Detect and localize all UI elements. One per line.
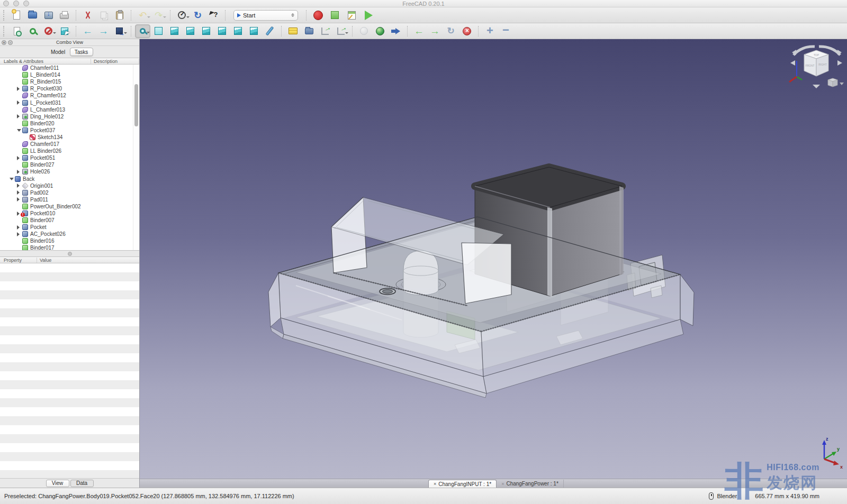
view-rear-button[interactable] [214,24,230,38]
view-front-button[interactable] [167,24,182,38]
navigate-forward-button[interactable] [96,24,111,38]
export-link-group-button[interactable] [333,24,348,38]
new-document-button[interactable] [9,8,24,22]
view-bottom-button[interactable] [230,24,246,38]
toolbar-drag-handle[interactable] [3,26,6,36]
macro-edit-button[interactable] [344,8,359,22]
tree-expand-icon[interactable] [17,87,22,91]
value-column[interactable]: Value [37,258,139,263]
tree-item-back[interactable]: Back [0,176,139,182]
mouse-navigation-icon[interactable] [709,492,714,500]
document-tab-changfangpower-1-[interactable]: ×ChangFangPower : 1* [497,480,564,488]
tree-expand-icon[interactable] [17,100,22,105]
tree-item-sketch134[interactable]: Sketch134 [0,134,139,141]
tree-item-l-chamfer013[interactable]: L_Chamfer013 [0,106,139,113]
print-document-button[interactable] [57,8,72,22]
zoom-out-button[interactable] [498,24,513,38]
tree-item-hole026[interactable]: Hole026 [0,168,139,175]
tree-column-description[interactable]: Description [91,59,139,64]
workbench-selector[interactable]: Start [233,10,298,21]
macro-stop-button[interactable] [327,8,343,22]
tab-view[interactable]: View [46,480,69,487]
tree-expand-icon[interactable] [17,190,22,195]
tree-expand-icon[interactable] [17,232,22,236]
tree-item-pocket051[interactable]: Pocket051 [0,154,139,161]
nav-cube-menu[interactable] [828,78,844,87]
tree-expand-icon[interactable] [17,129,22,132]
copy-button[interactable] [96,8,111,22]
redo-button[interactable] [151,8,166,22]
web-page-button[interactable] [356,24,372,38]
browser-back-button[interactable] [411,24,427,38]
whats-this-button[interactable] [206,8,221,22]
tree-item-ll-binder026[interactable]: LL Binder026 [0,148,139,154]
group-folder-button[interactable] [301,24,317,38]
edit-mode-button[interactable] [174,8,190,22]
tree-expand-icon[interactable] [17,170,22,174]
open-document-button[interactable] [25,8,40,22]
navigate-back-button[interactable] [80,24,95,38]
browser-forward-button[interactable] [427,24,443,38]
document-tab-changfanginput-1-[interactable]: ×ChangFangINPUT : 1* [428,480,497,488]
tab-tasks[interactable]: Tasks [70,48,93,56]
fit-document-button[interactable] [9,24,24,38]
measure-distance-button[interactable] [262,24,277,38]
nav-rotate-down-icon[interactable] [813,85,820,88]
tree-item-l-binder014[interactable]: L_Binder014 [0,71,139,78]
property-column[interactable]: Property [0,258,37,263]
tree-item-binder017[interactable]: Binder017 [0,244,139,251]
link-navigate-button[interactable] [112,24,127,38]
tree-item-pad011[interactable]: Pad011 [0,196,139,203]
tree-item-pad002[interactable]: Pad002 [0,189,139,196]
draw-style-button[interactable] [285,24,301,38]
tree-item-ding-hole012[interactable]: Ding_Hole012 [0,113,139,120]
zoom-selection-button[interactable] [25,24,40,38]
tree-expand-icon[interactable] [17,225,22,230]
tree-item-l-pocket031[interactable]: L_Pocket031 [0,99,139,106]
tree-item-ac-pocket026[interactable]: AC_Pocket026 [0,231,139,237]
tree-scrollbar-thumb[interactable] [134,84,138,126]
tree-item-powerout-binder002[interactable]: PowerOut_Binder002 [0,203,139,210]
panel-splitter[interactable] [0,251,139,256]
property-editor[interactable] [0,263,139,479]
refresh-button[interactable] [190,8,205,22]
3d-viewport[interactable]: TOP FRONT RIGHT [140,39,847,479]
navigation-cube[interactable]: TOP FRONT RIGHT [789,47,844,88]
view-right-button[interactable] [199,24,214,38]
box-selection-button[interactable] [57,24,72,38]
open-browser-button[interactable] [372,24,388,38]
toolbar-drag-handle[interactable] [3,10,6,21]
zoom-in-button[interactable] [482,24,498,38]
go-to-linked-object-button[interactable] [388,24,403,38]
macro-play-button[interactable] [361,8,376,22]
fit-all-button[interactable] [135,24,150,38]
clipping-plane-button[interactable] [41,24,56,38]
paste-button[interactable] [112,8,127,22]
navigation-style-label[interactable]: Blender [717,493,737,499]
model-tree[interactable]: Chamfer011L_Binder014R_Binder015R_Pocket… [0,65,139,251]
tree-item-r-pocket030[interactable]: R_Pocket030 [0,85,139,92]
tab-model[interactable]: Model [47,48,70,56]
tree-column-labels[interactable]: Labels & Attributes [0,59,91,64]
close-tab-icon[interactable]: × [434,481,436,487]
tree-item-binder007[interactable]: Binder007 [0,217,139,224]
close-tab-icon[interactable]: × [501,481,504,487]
tree-item-binder016[interactable]: Binder016 [0,237,139,244]
tree-item-pocket037[interactable]: Pocket037 [0,127,139,134]
tree-expand-icon[interactable] [17,114,22,118]
tab-data[interactable]: Data [70,480,94,487]
cut-button[interactable] [80,8,95,22]
nav-rotate-left-icon[interactable] [790,60,795,66]
tree-item-chamfer011[interactable]: Chamfer011 [0,65,139,71]
export-link-button[interactable] [317,24,332,38]
tree-expand-icon[interactable] [10,178,15,180]
macro-record-button[interactable] [310,8,326,22]
tree-item-pocket[interactable]: Pocket [0,224,139,231]
view-left-button[interactable] [246,24,262,38]
nav-rotate-right-icon[interactable] [837,60,842,66]
tree-item-origin001[interactable]: Origin001 [0,182,139,189]
tree-item-binder020[interactable]: Binder020 [0,120,139,127]
save-document-button[interactable] [41,8,56,22]
tree-item-chamfer017[interactable]: Chamfer017 [0,141,139,148]
browser-stop-button[interactable] [459,24,474,38]
